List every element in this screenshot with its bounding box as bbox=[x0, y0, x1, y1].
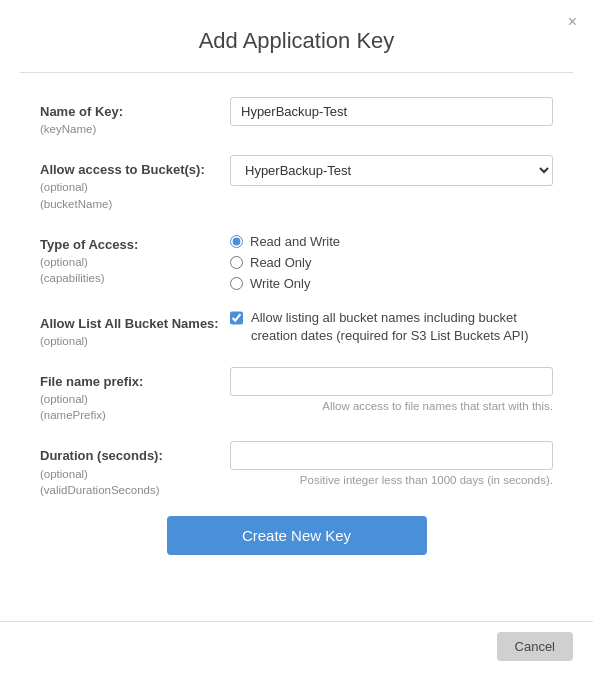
dialog-title: Add Application Key bbox=[0, 0, 593, 72]
radio-write-only[interactable]: Write Only bbox=[230, 276, 553, 291]
radio-read-write-label: Read and Write bbox=[250, 234, 340, 249]
key-name-control bbox=[230, 97, 553, 126]
duration-control: Positive integer less than 1000 days (in… bbox=[230, 441, 553, 486]
list-all-text: Allow listing all bucket names including… bbox=[251, 309, 553, 345]
dialog-footer: Cancel bbox=[0, 621, 593, 675]
bucket-select[interactable]: HyperBackup-Test bbox=[230, 155, 553, 186]
access-type-row: Type of Access: (optional) (capabilities… bbox=[40, 230, 553, 291]
access-type-control: Read and Write Read Only Write Only bbox=[230, 230, 553, 291]
prefix-label: File name prefix: (optional) (namePrefix… bbox=[40, 367, 230, 423]
access-radio-group: Read and Write Read Only Write Only bbox=[230, 230, 553, 291]
prefix-input[interactable] bbox=[230, 367, 553, 396]
radio-read-write[interactable]: Read and Write bbox=[230, 234, 553, 249]
radio-write-only-input[interactable] bbox=[230, 277, 243, 290]
add-application-key-dialog: × Add Application Key Name of Key: (keyN… bbox=[0, 0, 593, 675]
list-all-checkbox-row: Allow listing all bucket names including… bbox=[230, 309, 553, 345]
prefix-control: Allow access to file names that start wi… bbox=[230, 367, 553, 412]
radio-write-only-label: Write Only bbox=[250, 276, 310, 291]
access-type-label: Type of Access: (optional) (capabilities… bbox=[40, 230, 230, 286]
radio-read-only-input[interactable] bbox=[230, 256, 243, 269]
radio-read-only-label: Read Only bbox=[250, 255, 311, 270]
duration-row: Duration (seconds): (optional) (validDur… bbox=[40, 441, 553, 497]
bucket-row: Allow access to Bucket(s): (optional) (b… bbox=[40, 155, 553, 211]
list-all-control: Allow listing all bucket names including… bbox=[230, 309, 553, 345]
radio-read-write-input[interactable] bbox=[230, 235, 243, 248]
bucket-label: Allow access to Bucket(s): (optional) (b… bbox=[40, 155, 230, 211]
list-all-row: Allow List All Bucket Names: (optional) … bbox=[40, 309, 553, 349]
key-name-row: Name of Key: (keyName) bbox=[40, 97, 553, 137]
duration-hint: Positive integer less than 1000 days (in… bbox=[230, 474, 553, 486]
dialog-body: Name of Key: (keyName) Allow access to B… bbox=[0, 73, 593, 621]
duration-input[interactable] bbox=[230, 441, 553, 470]
create-key-button[interactable]: Create New Key bbox=[167, 516, 427, 555]
duration-label: Duration (seconds): (optional) (validDur… bbox=[40, 441, 230, 497]
prefix-row: File name prefix: (optional) (namePrefix… bbox=[40, 367, 553, 423]
close-button[interactable]: × bbox=[568, 14, 577, 30]
key-name-label: Name of Key: (keyName) bbox=[40, 97, 230, 137]
key-name-input[interactable] bbox=[230, 97, 553, 126]
bucket-control: HyperBackup-Test bbox=[230, 155, 553, 186]
list-all-label: Allow List All Bucket Names: (optional) bbox=[40, 309, 230, 349]
list-all-checkbox[interactable] bbox=[230, 311, 243, 325]
prefix-hint: Allow access to file names that start wi… bbox=[230, 400, 553, 412]
radio-read-only[interactable]: Read Only bbox=[230, 255, 553, 270]
cancel-button[interactable]: Cancel bbox=[497, 632, 573, 661]
